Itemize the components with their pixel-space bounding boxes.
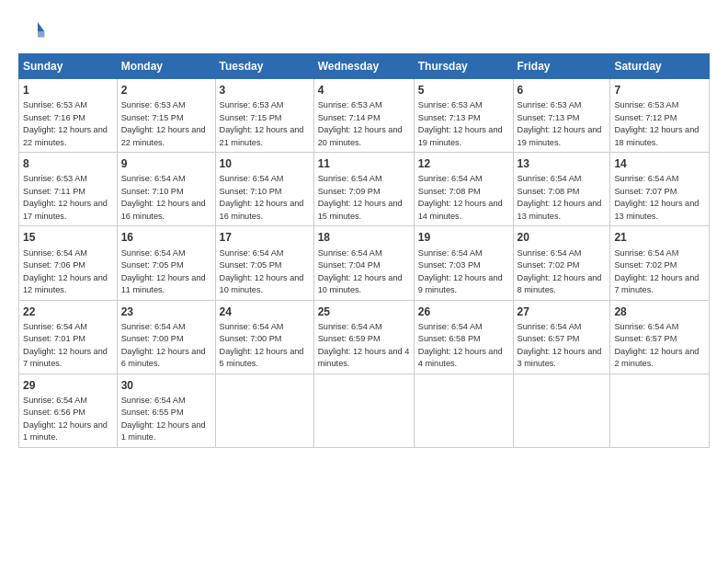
- calendar-header-row: SundayMondayTuesdayWednesdayThursdayFrid…: [19, 54, 710, 79]
- day-number: 6: [518, 83, 607, 98]
- column-header-tuesday: Tuesday: [215, 54, 313, 79]
- calendar-week-5: 29 Sunrise: 6:54 AMSunset: 6:56 PMDaylig…: [19, 373, 710, 447]
- day-info: Sunrise: 6:54 AMSunset: 6:56 PMDaylight:…: [23, 396, 108, 442]
- day-number: 22: [23, 304, 113, 319]
- day-number: 25: [318, 304, 410, 319]
- day-number: 1: [23, 83, 113, 98]
- calendar-cell: 10 Sunrise: 6:54 AMSunset: 7:10 PMDaylig…: [215, 153, 313, 226]
- day-info: Sunrise: 6:54 AMSunset: 7:02 PMDaylight:…: [614, 248, 699, 295]
- day-number: 19: [418, 230, 509, 245]
- day-info: Sunrise: 6:54 AMSunset: 7:02 PMDaylight:…: [518, 248, 602, 295]
- calendar-cell: 2 Sunrise: 6:53 AMSunset: 7:15 PMDayligh…: [117, 79, 215, 153]
- logo: [18, 17, 50, 44]
- calendar-cell: 12 Sunrise: 6:54 AMSunset: 7:08 PMDaylig…: [414, 153, 513, 226]
- day-number: 17: [220, 230, 310, 245]
- day-info: Sunrise: 6:53 AMSunset: 7:16 PMDaylight:…: [23, 100, 108, 147]
- day-number: 21: [614, 230, 705, 245]
- day-info: Sunrise: 6:54 AMSunset: 7:08 PMDaylight:…: [418, 174, 503, 221]
- day-info: Sunrise: 6:54 AMSunset: 7:00 PMDaylight:…: [220, 322, 304, 369]
- calendar-cell: 21 Sunrise: 6:54 AMSunset: 7:02 PMDaylig…: [610, 226, 710, 300]
- day-info: Sunrise: 6:53 AMSunset: 7:13 PMDaylight:…: [418, 100, 503, 147]
- day-info: Sunrise: 6:53 AMSunset: 7:13 PMDaylight:…: [518, 100, 602, 147]
- calendar-cell: 24 Sunrise: 6:54 AMSunset: 7:00 PMDaylig…: [215, 300, 313, 373]
- day-number: 9: [121, 156, 211, 171]
- day-info: Sunrise: 6:54 AMSunset: 7:00 PMDaylight:…: [121, 322, 206, 369]
- calendar-cell: 20 Sunrise: 6:54 AMSunset: 7:02 PMDaylig…: [513, 226, 610, 300]
- day-info: Sunrise: 6:54 AMSunset: 7:05 PMDaylight:…: [220, 248, 304, 295]
- day-number: 8: [23, 156, 113, 171]
- day-number: 13: [518, 156, 607, 171]
- calendar-cell: 9 Sunrise: 6:54 AMSunset: 7:10 PMDayligh…: [117, 153, 215, 226]
- calendar-cell: 15 Sunrise: 6:54 AMSunset: 7:06 PMDaylig…: [19, 226, 118, 300]
- day-number: 5: [418, 83, 509, 98]
- day-info: Sunrise: 6:54 AMSunset: 7:10 PMDaylight:…: [121, 174, 206, 221]
- calendar-cell: 25 Sunrise: 6:54 AMSunset: 6:59 PMDaylig…: [313, 300, 414, 373]
- page-container: SundayMondayTuesdayWednesdayThursdayFrid…: [0, 0, 728, 457]
- day-info: Sunrise: 6:54 AMSunset: 7:03 PMDaylight:…: [418, 248, 503, 295]
- calendar-cell: [313, 373, 414, 447]
- day-number: 2: [121, 83, 211, 98]
- calendar-cell: 13 Sunrise: 6:54 AMSunset: 7:08 PMDaylig…: [513, 153, 610, 226]
- day-number: 23: [121, 304, 211, 319]
- day-number: 27: [518, 304, 607, 319]
- day-number: 3: [220, 83, 310, 98]
- day-number: 14: [614, 156, 705, 171]
- day-info: Sunrise: 6:54 AMSunset: 7:07 PMDaylight:…: [614, 174, 699, 221]
- calendar-cell: 7 Sunrise: 6:53 AMSunset: 7:12 PMDayligh…: [610, 79, 710, 153]
- day-number: 16: [121, 230, 211, 245]
- day-number: 26: [418, 304, 509, 319]
- column-header-thursday: Thursday: [414, 54, 513, 79]
- day-info: Sunrise: 6:54 AMSunset: 7:06 PMDaylight:…: [23, 248, 108, 295]
- column-header-wednesday: Wednesday: [313, 54, 414, 79]
- calendar-cell: 28 Sunrise: 6:54 AMSunset: 6:57 PMDaylig…: [610, 300, 710, 373]
- calendar-week-3: 15 Sunrise: 6:54 AMSunset: 7:06 PMDaylig…: [19, 226, 710, 300]
- day-info: Sunrise: 6:53 AMSunset: 7:15 PMDaylight:…: [220, 100, 304, 147]
- day-info: Sunrise: 6:54 AMSunset: 6:57 PMDaylight:…: [518, 322, 602, 369]
- calendar-table: SundayMondayTuesdayWednesdayThursdayFrid…: [18, 53, 710, 448]
- day-info: Sunrise: 6:53 AMSunset: 7:14 PMDaylight:…: [318, 100, 403, 147]
- calendar-cell: 8 Sunrise: 6:53 AMSunset: 7:11 PMDayligh…: [19, 153, 118, 226]
- calendar-week-2: 8 Sunrise: 6:53 AMSunset: 7:11 PMDayligh…: [19, 153, 710, 226]
- day-number: 10: [220, 156, 310, 171]
- day-info: Sunrise: 6:54 AMSunset: 6:55 PMDaylight:…: [121, 396, 206, 442]
- day-number: 11: [318, 156, 410, 171]
- day-info: Sunrise: 6:54 AMSunset: 6:57 PMDaylight:…: [614, 322, 699, 369]
- svg-marker-0: [38, 22, 45, 32]
- svg-marker-1: [38, 32, 45, 38]
- day-info: Sunrise: 6:54 AMSunset: 6:58 PMDaylight:…: [418, 322, 503, 369]
- calendar-cell: 29 Sunrise: 6:54 AMSunset: 6:56 PMDaylig…: [19, 373, 118, 447]
- calendar-cell: [215, 373, 313, 447]
- day-info: Sunrise: 6:54 AMSunset: 7:04 PMDaylight:…: [318, 248, 403, 295]
- calendar-cell: [414, 373, 513, 447]
- header: [18, 17, 710, 44]
- calendar-week-4: 22 Sunrise: 6:54 AMSunset: 7:01 PMDaylig…: [19, 300, 710, 373]
- day-info: Sunrise: 6:53 AMSunset: 7:12 PMDaylight:…: [614, 100, 699, 147]
- calendar-cell: 27 Sunrise: 6:54 AMSunset: 6:57 PMDaylig…: [513, 300, 610, 373]
- day-info: Sunrise: 6:53 AMSunset: 7:15 PMDaylight:…: [121, 100, 206, 147]
- calendar-cell: 30 Sunrise: 6:54 AMSunset: 6:55 PMDaylig…: [117, 373, 215, 447]
- day-info: Sunrise: 6:54 AMSunset: 6:59 PMDaylight:…: [318, 322, 410, 369]
- column-header-sunday: Sunday: [19, 54, 118, 79]
- calendar-cell: 16 Sunrise: 6:54 AMSunset: 7:05 PMDaylig…: [117, 226, 215, 300]
- calendar-cell: 26 Sunrise: 6:54 AMSunset: 6:58 PMDaylig…: [414, 300, 513, 373]
- day-number: 24: [220, 304, 310, 319]
- logo-icon: [18, 17, 46, 44]
- day-number: 30: [121, 378, 211, 393]
- calendar-cell: [610, 373, 710, 447]
- calendar-cell: 5 Sunrise: 6:53 AMSunset: 7:13 PMDayligh…: [414, 79, 513, 153]
- day-info: Sunrise: 6:53 AMSunset: 7:11 PMDaylight:…: [23, 174, 108, 221]
- day-number: 18: [318, 230, 410, 245]
- day-number: 29: [23, 378, 113, 393]
- day-info: Sunrise: 6:54 AMSunset: 7:01 PMDaylight:…: [23, 322, 108, 369]
- calendar-cell: 17 Sunrise: 6:54 AMSunset: 7:05 PMDaylig…: [215, 226, 313, 300]
- calendar-cell: 11 Sunrise: 6:54 AMSunset: 7:09 PMDaylig…: [313, 153, 414, 226]
- calendar-cell: [513, 373, 610, 447]
- column-header-monday: Monday: [117, 54, 215, 79]
- day-info: Sunrise: 6:54 AMSunset: 7:09 PMDaylight:…: [318, 174, 403, 221]
- day-number: 20: [518, 230, 607, 245]
- day-info: Sunrise: 6:54 AMSunset: 7:08 PMDaylight:…: [518, 174, 602, 221]
- day-info: Sunrise: 6:54 AMSunset: 7:10 PMDaylight:…: [220, 174, 304, 221]
- day-number: 4: [318, 83, 410, 98]
- calendar-cell: 4 Sunrise: 6:53 AMSunset: 7:14 PMDayligh…: [313, 79, 414, 153]
- day-number: 28: [614, 304, 705, 319]
